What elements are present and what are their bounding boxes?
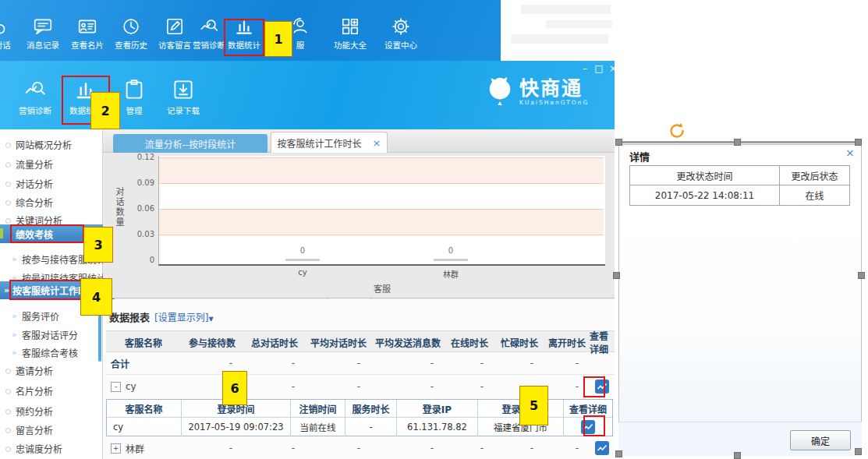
table-cell: - [371, 352, 445, 374]
business-card-icon [77, 16, 98, 37]
sidebar-item-dialog-analysis[interactable]: 对话分析 [0, 175, 118, 192]
sidebar-item-message-analysis[interactable]: 留言分析 [0, 421, 118, 439]
annotation-badge-1: 1 [264, 21, 292, 57]
column-header: 总对话时长 [243, 331, 306, 353]
sidebar-item-invite-analysis[interactable]: 邀请分析 [0, 362, 118, 380]
bullet-icon [5, 409, 11, 415]
sub-marker-icon: » [12, 311, 17, 321]
view-detail-icon[interactable] [595, 441, 609, 455]
stats-toolbar-item-marketing-diagnosis[interactable]: 营销诊断 [12, 78, 58, 123]
sidebar-item-comprehensive-analysis[interactable]: 综合分析 [0, 193, 118, 211]
selection-handle-bottom-left[interactable] [615, 450, 622, 457]
column-header: 在线时长 [445, 331, 494, 353]
details-table: 更改状态时间 更改后状态 2017-05-22 14:08:11 在线 [629, 165, 850, 206]
sidebar-scrollbar-thumb[interactable] [98, 309, 101, 362]
sub-marker-icon: » [12, 330, 17, 340]
toolbar-item-message-record[interactable]: 消息记录 [21, 16, 65, 58]
bullet-icon [5, 182, 11, 187]
collapse-toggle[interactable]: - [111, 382, 121, 392]
expand-toggle[interactable]: + [111, 443, 121, 454]
record-download-icon [172, 78, 195, 101]
toolbar-item-all-features[interactable]: 功能大全 [328, 16, 372, 58]
sidebar-item-loyalty-analysis[interactable]: 忠诚度分析 [0, 440, 118, 457]
refresh-icon[interactable] [668, 122, 686, 140]
sidebar-item-label: 网站概况分析 [16, 138, 72, 151]
x-category-label: 林群 [434, 268, 468, 280]
close-button[interactable]: × [607, 63, 619, 74]
view-detail-cell [590, 437, 615, 459]
toolbar-item-history[interactable]: 查看历史 [109, 16, 153, 58]
sub-marker-icon: » [4, 285, 9, 295]
selection-handle-mid-left[interactable] [613, 272, 620, 279]
chart-band [159, 157, 604, 183]
chevron-down-icon: ▼ [208, 316, 213, 323]
bar-chart: 0.12 0.09 0.06 0.03 0 对话数量 0 0 cy 林群 客服 [103, 153, 615, 298]
ok-button[interactable]: 确定 [790, 430, 851, 450]
selection-handle-bottom-center[interactable] [734, 452, 741, 459]
column-header: 平均对话时长 [306, 331, 371, 353]
maximize-button[interactable]: □ [593, 63, 605, 74]
kuaishangtong-logo: 快商通 KUaiSHanGTOnG [485, 73, 589, 111]
agent-icon [290, 16, 311, 37]
toolbar-item-data-statistics[interactable]: 数据统计 [222, 16, 266, 58]
annotation-badge-5: 5 [519, 386, 548, 425]
column-header: 参与接待数 [181, 331, 243, 353]
selection-handle-top-center[interactable] [734, 139, 741, 146]
toolbar-item-back-chat[interactable]: 回对话 [0, 16, 20, 58]
zero-bar [434, 259, 468, 261]
details-table-row: 2017-05-22 14:08:11 在线 [630, 185, 849, 205]
annotation-badge-2: 2 [90, 92, 120, 129]
column-header: 离开时长 [544, 331, 590, 353]
selection-handle-top-left[interactable] [615, 139, 622, 146]
sidebar-item-label: 综合分析 [16, 196, 53, 209]
toolbar-item-label: 数据统计 [228, 39, 260, 51]
undo-icon [0, 16, 9, 37]
sidebar-item-label: 忠诚度分析 [16, 442, 62, 455]
sidebar-item-label: 流量分析 [16, 157, 53, 171]
column-header: 查看详细 [590, 331, 615, 353]
subtable-column-header: 客服名称 [107, 400, 182, 418]
y-tick-label: 0.09 [125, 178, 154, 187]
agent-name-cell: - cy [106, 374, 181, 399]
toolbar-item-label: 回对话 [0, 39, 11, 51]
all-features-icon [340, 16, 361, 37]
selection-handle-mid-right[interactable] [858, 272, 865, 279]
toolbar-item-label: 功能大全 [334, 39, 367, 51]
set-columns-link[interactable]: [设置显示列]▼ [154, 310, 214, 323]
tab-label: 流量分析--按时段统计 [145, 137, 236, 150]
minimize-button[interactable]: – [579, 63, 591, 74]
view-detail-cell [590, 374, 615, 399]
y-tick-label: 0.12 [125, 153, 154, 161]
column-header: 忙碌时长 [494, 331, 544, 353]
tab-work-hours-by-agent[interactable]: 按客服统计工作时长 × [271, 132, 388, 153]
stats-toolbar-item-record-download[interactable]: 记录下载 [160, 78, 207, 123]
sidebar-item-traffic-analysis[interactable]: 流量分析 [0, 155, 118, 173]
y-tick-label: 0.03 [125, 230, 154, 238]
toolbar-item-label: 记录下载 [167, 104, 200, 116]
sidebar-item-appointment-analysis[interactable]: 预约分析 [0, 402, 118, 420]
toolbar-item-label: 营销诊断 [193, 39, 225, 51]
toolbar-item-label: 营销诊断 [19, 104, 51, 116]
view-detail-icon[interactable] [581, 420, 595, 434]
table-cell: - [544, 437, 590, 459]
toolbar-item-label: 查看名片 [71, 39, 104, 51]
marketing-diagnosis-icon [23, 78, 47, 101]
sidebar-item-site-overview[interactable]: 网站概况分析 [0, 136, 118, 154]
bar-value-label: 0 [285, 246, 320, 255]
subtable-cell-view-detail [564, 418, 612, 436]
selection-handle-top-right[interactable] [855, 139, 862, 146]
annotation-badge-4: 4 [80, 278, 112, 316]
logo-mascot-icon [485, 73, 515, 111]
y-axis-label: 对话数量 [112, 187, 125, 228]
selection-handle-bottom-right[interactable] [855, 448, 862, 455]
view-detail-icon[interactable] [595, 380, 609, 394]
tab-close-icon[interactable]: × [373, 137, 381, 149]
toolbar-item-business-card[interactable]: 查看名片 [66, 16, 109, 58]
sidebar-item-card-analysis[interactable]: 名片分析 [0, 382, 118, 400]
chart-gridline [159, 157, 604, 158]
details-column-header: 更改后状态 [780, 166, 849, 185]
toolbar-item-settings[interactable]: 设置中心 [379, 16, 423, 58]
sidebar-item-label: 邀请分析 [16, 364, 53, 377]
tab-traffic-by-period[interactable]: 流量分析--按时段统计 [113, 134, 267, 153]
details-close-icon[interactable]: × [845, 147, 855, 159]
